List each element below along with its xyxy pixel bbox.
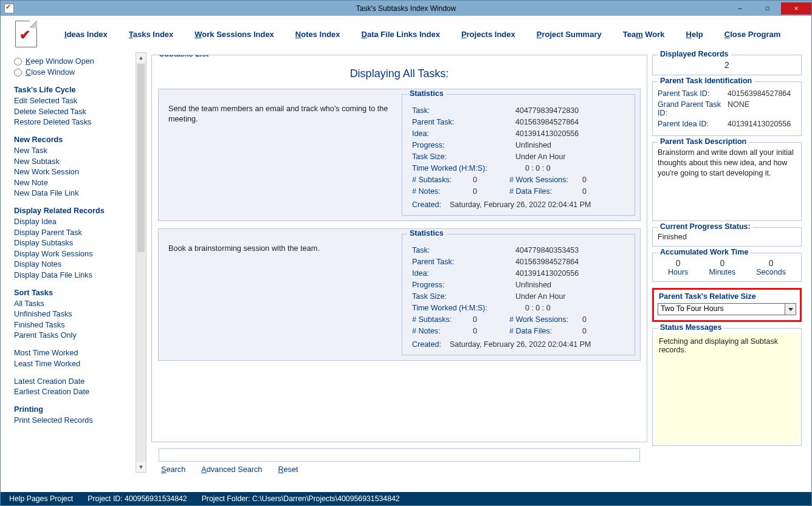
side-head-print: Printing <box>14 405 134 414</box>
side-display-filelinks[interactable]: Display Data File Links <box>14 271 134 279</box>
stat-worksess-value: 0 <box>582 176 587 184</box>
menubar: Ideas Index Tasks Index Work Sessions In… <box>1 16 811 52</box>
side-sort-finished[interactable]: Finished Tasks <box>14 321 134 329</box>
side-edit-task[interactable]: Edit Selected Task <box>14 97 134 105</box>
parent-id-legend: Parent Task Identification <box>658 77 754 85</box>
menu-team-work[interactable]: Team Work <box>623 30 665 39</box>
stat-progress-value: Unfinished <box>515 141 551 149</box>
grandparent-id-label: Grand Parent Task ID: <box>658 100 728 117</box>
stat-subtasks-value: 0 <box>473 176 509 184</box>
displayed-records-count: 2 <box>658 60 796 70</box>
status-messages-group: Status Messages Fetching and displaying … <box>652 328 802 446</box>
displayed-records-group: Displayed Records 2 <box>652 55 802 75</box>
subtasks-list-group: Subtasks List Displaying All Tasks: Send… <box>151 55 647 442</box>
stats-legend: Statistics <box>407 229 446 238</box>
parent-idea-id-value: 401391413020556 <box>728 120 791 128</box>
side-restore-tasks[interactable]: Restore Deleted Tasks <box>14 118 134 126</box>
displayed-records-legend: Displayed Records <box>658 50 731 58</box>
side-sort-parentonly[interactable]: Parent Tasks Only <box>14 331 134 340</box>
side-display-worksessions[interactable]: Display Work Sessions <box>14 250 134 258</box>
scroll-down-icon[interactable]: ▼ <box>136 462 146 472</box>
status-bar: Help Pages Project Project ID: 400956931… <box>1 492 811 505</box>
seconds-value: 0 <box>756 258 786 268</box>
sidebar-scrollbar[interactable]: ▲ ▼ <box>136 52 146 473</box>
reset-link[interactable]: Reset <box>278 465 298 474</box>
stat-parent-label: Parent Task: <box>412 118 515 126</box>
parent-desc-text: Brainstorm and write down all your initi… <box>658 148 796 202</box>
side-head-display: Display Related Records <box>14 207 134 215</box>
side-new-worksession[interactable]: New Work Session <box>14 168 134 176</box>
radio-keep-open[interactable]: Keep Window Open <box>14 57 134 66</box>
window-title: Task's Subtasks Index Window <box>1 4 811 13</box>
stat-time-value: 0 : 0 : 0 <box>525 304 551 312</box>
menu-tasks-index[interactable]: Tasks Index <box>129 30 173 39</box>
side-sort-leasttime[interactable]: Least Time Worked <box>14 360 134 368</box>
minutes-value: 0 <box>709 258 735 268</box>
scroll-up-icon[interactable]: ▲ <box>136 53 146 63</box>
menu-work-sessions[interactable]: Work Sessions Index <box>194 30 274 39</box>
search-input[interactable] <box>159 448 640 462</box>
subtasks-list-legend: Subtasks List <box>157 55 211 58</box>
side-head-new: New Records <box>14 135 134 144</box>
side-sort-unfinished[interactable]: Unfinished Tasks <box>14 310 134 318</box>
menu-project-summary[interactable]: Project Summary <box>537 30 602 39</box>
stat-files-label: # Data Files: <box>509 187 582 196</box>
side-delete-task[interactable]: Delete Selected Task <box>14 108 134 116</box>
stat-idea-value: 401391413020556 <box>515 129 579 138</box>
menu-notes-index[interactable]: Notes Index <box>295 30 340 39</box>
advanced-search-link[interactable]: Advanced Search <box>201 465 262 474</box>
menu-projects-index[interactable]: Projects Index <box>461 30 515 39</box>
parent-desc-legend: Parent Task Description <box>658 137 749 146</box>
side-display-subtasks[interactable]: Display Subtasks <box>14 239 134 247</box>
menu-ideas-index[interactable]: Ideas Index <box>64 30 108 39</box>
stat-task-value: 404779840353453 <box>515 246 579 255</box>
task-description: Send the team members an email and track… <box>159 89 402 221</box>
search-link[interactable]: Search <box>161 465 185 474</box>
stat-idea-value: 401391413020556 <box>515 269 579 278</box>
radio-close-window[interactable]: Close Window <box>14 68 134 77</box>
work-time-legend: Accumulated Work Time <box>658 248 751 256</box>
parent-id-group: Parent Task Identification Parent Task I… <box>652 81 802 136</box>
progress-value: Finished <box>658 233 796 241</box>
status-project-folder: Project Folder: C:\Users\Darren\Projects… <box>202 494 400 503</box>
stat-progress-label: Progress: <box>412 141 515 149</box>
status-project-id: Project ID: 400956931534842 <box>88 494 187 503</box>
side-sort-earliest[interactable]: Earliest Creation Date <box>14 388 134 396</box>
list-heading: Displaying All Tasks: <box>157 60 642 84</box>
side-sort-mosttime[interactable]: Most Time Worked <box>14 349 134 357</box>
parent-idea-id-label: Parent Idea ID: <box>658 120 728 128</box>
relative-size-dropdown[interactable]: Two To Four Hours <box>658 303 796 315</box>
chevron-down-icon[interactable] <box>785 304 796 315</box>
stats-legend: Statistics <box>407 89 446 98</box>
stat-task-value: 404779839472830 <box>515 106 579 115</box>
menu-ideas-label: deas Index <box>67 30 108 39</box>
side-sort-latest[interactable]: Latest Creation Date <box>14 377 134 386</box>
stat-worksess-label: # Work Sessions: <box>509 176 582 184</box>
menu-datafiles-index[interactable]: Data File Links Index <box>362 30 440 39</box>
side-display-idea[interactable]: Display Idea <box>14 217 134 226</box>
side-new-task[interactable]: New Task <box>14 146 134 155</box>
stat-time-value: 0 : 0 : 0 <box>525 164 551 173</box>
menu-close-program[interactable]: Close Program <box>724 30 780 39</box>
logo-icon <box>15 21 37 47</box>
task-card[interactable]: Book a brainstorming session with the te… <box>158 228 641 361</box>
side-print-selected[interactable]: Print Selected Records <box>14 416 134 425</box>
task-card[interactable]: Send the team members an email and track… <box>158 89 641 221</box>
side-new-filelink[interactable]: New Data File Link <box>14 189 134 197</box>
stat-created-value: Saturday, February 26, 2022 02:04:41 PM <box>450 340 591 349</box>
menu-close-label: lose Program <box>730 30 780 39</box>
menu-projects-label: rojects Index <box>467 30 515 39</box>
seconds-label: Seconds <box>756 268 786 276</box>
stat-subtasks-label: # Subtasks: <box>412 176 473 184</box>
menu-help[interactable]: Help <box>686 30 703 39</box>
side-display-parent[interactable]: Display Parent Task <box>14 228 134 237</box>
side-new-subtask[interactable]: New Subtask <box>14 157 134 166</box>
side-sort-all[interactable]: All Tasks <box>14 299 134 308</box>
side-head-lifecycle: Task's Life Cycle <box>14 86 134 94</box>
stat-files-value: 0 <box>582 327 587 335</box>
side-new-note[interactable]: New Note <box>14 179 134 187</box>
side-display-notes[interactable]: Display Notes <box>14 260 134 268</box>
stat-created-label: Created: <box>412 200 441 209</box>
relative-size-group: Parent Task's Relative Size Two To Four … <box>652 288 802 322</box>
scroll-thumb[interactable] <box>137 64 145 252</box>
